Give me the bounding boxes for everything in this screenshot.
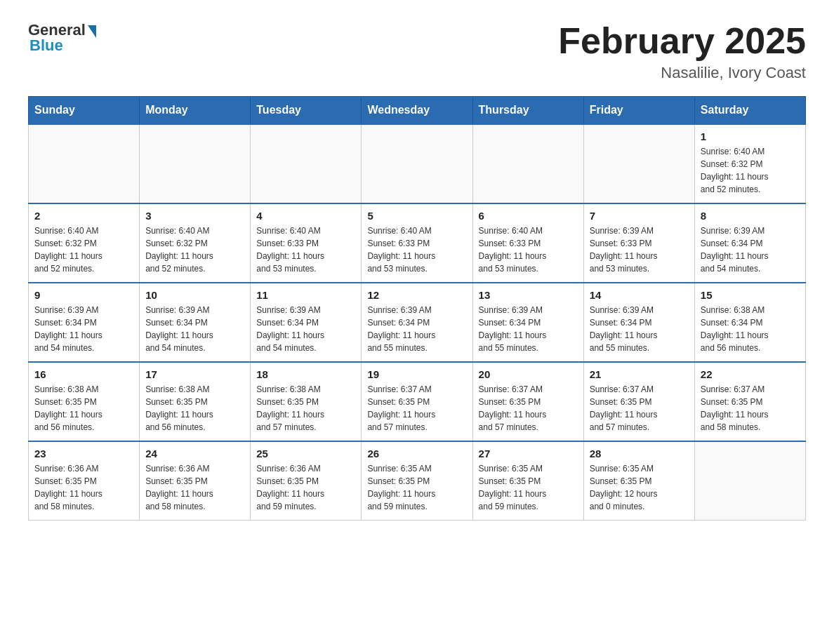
calendar-cell: 27Sunrise: 6:35 AM Sunset: 6:35 PM Dayli… bbox=[472, 441, 583, 521]
calendar-cell: 6Sunrise: 6:40 AM Sunset: 6:33 PM Daylig… bbox=[472, 203, 583, 283]
day-number: 23 bbox=[34, 448, 133, 459]
day-info: Sunrise: 6:38 AM Sunset: 6:34 PM Dayligh… bbox=[701, 304, 800, 354]
day-number: 10 bbox=[145, 289, 244, 301]
weekday-header-friday: Friday bbox=[583, 97, 694, 125]
calendar-cell: 23Sunrise: 6:36 AM Sunset: 6:35 PM Dayli… bbox=[29, 441, 140, 521]
calendar-cell: 14Sunrise: 6:39 AM Sunset: 6:34 PM Dayli… bbox=[583, 283, 694, 362]
weekday-header-saturday: Saturday bbox=[694, 97, 805, 125]
day-number: 6 bbox=[479, 210, 578, 222]
day-info: Sunrise: 6:40 AM Sunset: 6:32 PM Dayligh… bbox=[701, 145, 800, 196]
calendar-cell: 7Sunrise: 6:39 AM Sunset: 6:33 PM Daylig… bbox=[583, 203, 694, 283]
day-info: Sunrise: 6:39 AM Sunset: 6:34 PM Dayligh… bbox=[590, 304, 689, 354]
calendar-cell: 16Sunrise: 6:38 AM Sunset: 6:35 PM Dayli… bbox=[29, 362, 140, 441]
day-number: 19 bbox=[367, 368, 466, 380]
calendar-week-row: 2Sunrise: 6:40 AM Sunset: 6:32 PM Daylig… bbox=[29, 203, 806, 283]
day-number: 11 bbox=[256, 289, 355, 301]
calendar-location: Nasalilie, Ivory Coast bbox=[558, 64, 806, 82]
day-number: 16 bbox=[34, 368, 133, 380]
calendar-cell: 1Sunrise: 6:40 AM Sunset: 6:32 PM Daylig… bbox=[694, 124, 805, 203]
day-number: 12 bbox=[367, 289, 466, 301]
calendar-cell: 12Sunrise: 6:39 AM Sunset: 6:34 PM Dayli… bbox=[362, 283, 472, 362]
weekday-header-monday: Monday bbox=[140, 97, 251, 125]
day-info: Sunrise: 6:35 AM Sunset: 6:35 PM Dayligh… bbox=[367, 462, 466, 513]
day-info: Sunrise: 6:37 AM Sunset: 6:35 PM Dayligh… bbox=[590, 383, 689, 434]
day-info: Sunrise: 6:39 AM Sunset: 6:34 PM Dayligh… bbox=[479, 304, 578, 354]
day-number: 18 bbox=[256, 368, 355, 380]
calendar-cell: 22Sunrise: 6:37 AM Sunset: 6:35 PM Dayli… bbox=[694, 362, 805, 441]
weekday-header-wednesday: Wednesday bbox=[362, 97, 472, 125]
day-number: 20 bbox=[479, 368, 578, 380]
calendar-cell: 24Sunrise: 6:36 AM Sunset: 6:35 PM Dayli… bbox=[140, 441, 251, 521]
day-info: Sunrise: 6:40 AM Sunset: 6:33 PM Dayligh… bbox=[367, 224, 466, 275]
calendar-title: February 2025 bbox=[558, 21, 806, 61]
day-info: Sunrise: 6:35 AM Sunset: 6:35 PM Dayligh… bbox=[590, 462, 689, 513]
calendar-cell bbox=[472, 124, 583, 203]
day-info: Sunrise: 6:39 AM Sunset: 6:34 PM Dayligh… bbox=[145, 304, 244, 354]
day-number: 1 bbox=[701, 130, 800, 142]
calendar-table: SundayMondayTuesdayWednesdayThursdayFrid… bbox=[28, 96, 806, 521]
calendar-cell: 13Sunrise: 6:39 AM Sunset: 6:34 PM Dayli… bbox=[472, 283, 583, 362]
calendar-cell: 2Sunrise: 6:40 AM Sunset: 6:32 PM Daylig… bbox=[29, 203, 140, 283]
day-info: Sunrise: 6:39 AM Sunset: 6:34 PM Dayligh… bbox=[34, 304, 133, 354]
logo: General Blue bbox=[28, 21, 96, 55]
title-block: February 2025 Nasalilie, Ivory Coast bbox=[558, 21, 806, 82]
calendar-cell: 18Sunrise: 6:38 AM Sunset: 6:35 PM Dayli… bbox=[251, 362, 362, 441]
calendar-cell bbox=[583, 124, 694, 203]
calendar-cell: 19Sunrise: 6:37 AM Sunset: 6:35 PM Dayli… bbox=[362, 362, 472, 441]
day-number: 28 bbox=[590, 448, 689, 459]
day-info: Sunrise: 6:40 AM Sunset: 6:32 PM Dayligh… bbox=[34, 224, 133, 275]
day-info: Sunrise: 6:36 AM Sunset: 6:35 PM Dayligh… bbox=[256, 462, 355, 513]
calendar-cell: 28Sunrise: 6:35 AM Sunset: 6:35 PM Dayli… bbox=[583, 441, 694, 521]
day-info: Sunrise: 6:39 AM Sunset: 6:34 PM Dayligh… bbox=[256, 304, 355, 354]
calendar-cell: 10Sunrise: 6:39 AM Sunset: 6:34 PM Dayli… bbox=[140, 283, 251, 362]
calendar-cell: 15Sunrise: 6:38 AM Sunset: 6:34 PM Dayli… bbox=[694, 283, 805, 362]
calendar-cell: 17Sunrise: 6:38 AM Sunset: 6:35 PM Dayli… bbox=[140, 362, 251, 441]
calendar-cell bbox=[362, 124, 472, 203]
day-number: 25 bbox=[256, 448, 355, 459]
day-number: 26 bbox=[367, 448, 466, 459]
day-number: 27 bbox=[479, 448, 578, 459]
weekday-header-row: SundayMondayTuesdayWednesdayThursdayFrid… bbox=[29, 97, 806, 125]
day-info: Sunrise: 6:37 AM Sunset: 6:35 PM Dayligh… bbox=[479, 383, 578, 434]
day-number: 17 bbox=[145, 368, 244, 380]
logo-blue-text: Blue bbox=[29, 36, 63, 55]
day-info: Sunrise: 6:38 AM Sunset: 6:35 PM Dayligh… bbox=[145, 383, 244, 434]
calendar-cell: 9Sunrise: 6:39 AM Sunset: 6:34 PM Daylig… bbox=[29, 283, 140, 362]
day-number: 7 bbox=[590, 210, 689, 222]
day-info: Sunrise: 6:38 AM Sunset: 6:35 PM Dayligh… bbox=[34, 383, 133, 434]
day-number: 21 bbox=[590, 368, 689, 380]
calendar-week-row: 1Sunrise: 6:40 AM Sunset: 6:32 PM Daylig… bbox=[29, 124, 806, 203]
logo-triangle-icon bbox=[88, 25, 96, 38]
day-info: Sunrise: 6:37 AM Sunset: 6:35 PM Dayligh… bbox=[701, 383, 800, 434]
weekday-header-sunday: Sunday bbox=[29, 97, 140, 125]
day-info: Sunrise: 6:37 AM Sunset: 6:35 PM Dayligh… bbox=[367, 383, 466, 434]
calendar-cell: 25Sunrise: 6:36 AM Sunset: 6:35 PM Dayli… bbox=[251, 441, 362, 521]
calendar-cell bbox=[251, 124, 362, 203]
calendar-cell: 3Sunrise: 6:40 AM Sunset: 6:32 PM Daylig… bbox=[140, 203, 251, 283]
calendar-cell bbox=[140, 124, 251, 203]
day-info: Sunrise: 6:38 AM Sunset: 6:35 PM Dayligh… bbox=[256, 383, 355, 434]
calendar-week-row: 9Sunrise: 6:39 AM Sunset: 6:34 PM Daylig… bbox=[29, 283, 806, 362]
day-number: 24 bbox=[145, 448, 244, 459]
page-header: General Blue February 2025 Nasalilie, Iv… bbox=[28, 21, 806, 82]
calendar-cell: 4Sunrise: 6:40 AM Sunset: 6:33 PM Daylig… bbox=[251, 203, 362, 283]
day-info: Sunrise: 6:40 AM Sunset: 6:32 PM Dayligh… bbox=[145, 224, 244, 275]
day-number: 9 bbox=[34, 289, 133, 301]
calendar-cell: 5Sunrise: 6:40 AM Sunset: 6:33 PM Daylig… bbox=[362, 203, 472, 283]
day-info: Sunrise: 6:39 AM Sunset: 6:34 PM Dayligh… bbox=[367, 304, 466, 354]
day-info: Sunrise: 6:39 AM Sunset: 6:33 PM Dayligh… bbox=[590, 224, 689, 275]
day-info: Sunrise: 6:40 AM Sunset: 6:33 PM Dayligh… bbox=[479, 224, 578, 275]
calendar-week-row: 16Sunrise: 6:38 AM Sunset: 6:35 PM Dayli… bbox=[29, 362, 806, 441]
calendar-cell: 11Sunrise: 6:39 AM Sunset: 6:34 PM Dayli… bbox=[251, 283, 362, 362]
day-info: Sunrise: 6:36 AM Sunset: 6:35 PM Dayligh… bbox=[145, 462, 244, 513]
calendar-week-row: 23Sunrise: 6:36 AM Sunset: 6:35 PM Dayli… bbox=[29, 441, 806, 521]
day-number: 13 bbox=[479, 289, 578, 301]
weekday-header-thursday: Thursday bbox=[472, 97, 583, 125]
day-number: 4 bbox=[256, 210, 355, 222]
day-number: 15 bbox=[701, 289, 800, 301]
day-number: 22 bbox=[701, 368, 800, 380]
calendar-cell bbox=[694, 441, 805, 521]
calendar-cell: 26Sunrise: 6:35 AM Sunset: 6:35 PM Dayli… bbox=[362, 441, 472, 521]
day-number: 14 bbox=[590, 289, 689, 301]
calendar-cell: 8Sunrise: 6:39 AM Sunset: 6:34 PM Daylig… bbox=[694, 203, 805, 283]
